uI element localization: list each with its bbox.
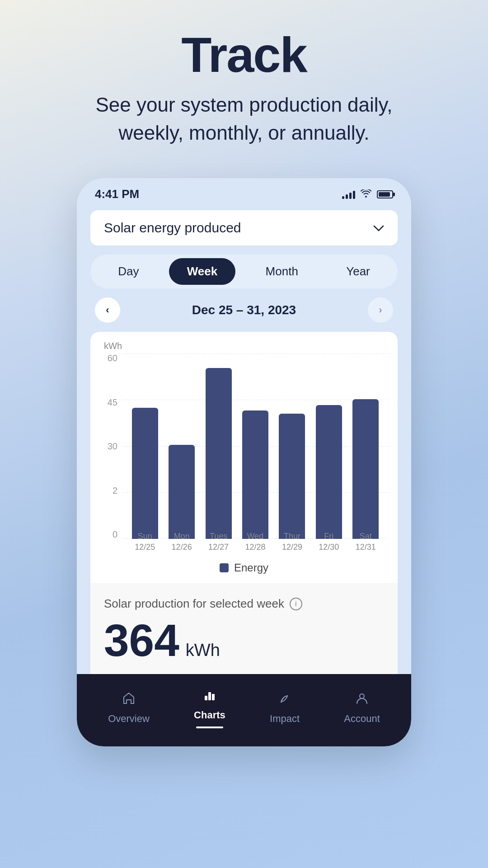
y-axis: 60 45 30 2 0 (99, 354, 122, 552)
x-label: Mon12/26 (163, 531, 200, 552)
chart-legend: Energy (99, 552, 389, 583)
chevron-down-icon (373, 222, 384, 234)
nav-item-account[interactable]: Account (335, 687, 389, 729)
chart-bar[interactable] (242, 410, 268, 539)
nav-label-account: Account (344, 713, 380, 725)
page-title: Track (0, 27, 488, 82)
signal-icon (342, 190, 355, 199)
x-label: Fri12/30 (310, 531, 347, 552)
svg-point-3 (360, 694, 364, 698)
legend-label: Energy (234, 561, 268, 574)
svg-rect-0 (205, 696, 207, 700)
bar-col (347, 354, 384, 539)
tab-month[interactable]: Month (248, 258, 316, 285)
bar-col (163, 354, 200, 539)
x-label: Wed12/28 (237, 531, 273, 552)
summary-title-text: Solar production for selected week (104, 597, 284, 611)
status-bar: 4:41 PM (77, 178, 411, 206)
y-tick-45: 45 (108, 398, 117, 407)
status-icons (342, 189, 393, 200)
prev-period-button[interactable]: ‹ (95, 297, 120, 323)
phone-mockup: 4:41 PM Solar (77, 178, 411, 746)
nav-item-impact[interactable]: Impact (261, 687, 309, 729)
status-time: 4:41 PM (95, 187, 139, 201)
dropdown-label: Solar energy produced (104, 220, 241, 236)
y-tick-60: 60 (108, 354, 117, 363)
y-tick-0: 0 (113, 530, 117, 539)
date-range: Dec 25 – 31, 2023 (192, 303, 296, 317)
charts-icon (202, 688, 217, 706)
legend-dot (220, 563, 229, 572)
bottom-nav: Overview Charts Impact (77, 674, 411, 746)
x-label: Sat12/31 (347, 531, 384, 552)
chart-y-label: kWh (99, 341, 389, 351)
x-label: Tues12/27 (200, 531, 237, 552)
chart-container: 60 45 30 2 0 Sun12/25Mon12/26Tu (99, 354, 389, 552)
summary-section: Solar production for selected week i 364… (90, 583, 398, 674)
page-header: Track See your system production daily, … (0, 0, 488, 165)
nav-item-charts[interactable]: Charts (185, 683, 235, 733)
person-icon (355, 691, 369, 709)
y-tick-30: 30 (108, 442, 117, 451)
wifi-icon (361, 189, 371, 200)
bar-col (237, 354, 273, 539)
period-tabs: Day Week Month Year (90, 255, 398, 288)
chart-bar[interactable] (169, 445, 195, 539)
leaf-icon (277, 691, 292, 709)
chart-bar[interactable] (206, 368, 232, 539)
tab-day[interactable]: Day (100, 258, 157, 285)
chart-bar[interactable] (316, 405, 342, 539)
home-icon (122, 691, 136, 709)
dropdown-selector[interactable]: Solar energy produced (90, 210, 398, 245)
summary-title: Solar production for selected week i (104, 597, 384, 611)
next-period-button[interactable]: › (368, 297, 393, 323)
bar-col (274, 354, 310, 539)
tab-year[interactable]: Year (328, 258, 388, 285)
bar-col (127, 354, 163, 539)
phone-content: Solar energy produced Day Week Month Yea… (77, 206, 411, 674)
battery-icon (377, 190, 393, 198)
nav-label-overview: Overview (108, 713, 150, 725)
chart-area: kWh 60 45 30 2 0 (90, 332, 398, 583)
y-tick-2: 2 (113, 486, 117, 495)
x-label: Sun12/25 (127, 531, 163, 552)
chart-bars (122, 354, 389, 539)
page-subtitle: See your system production daily, weekly… (63, 91, 425, 146)
svg-rect-2 (212, 694, 215, 700)
nav-item-overview[interactable]: Overview (99, 687, 159, 729)
bar-col (310, 354, 347, 539)
bar-col (200, 354, 237, 539)
summary-value: 364 (104, 615, 179, 665)
nav-label-charts: Charts (194, 709, 225, 721)
summary-unit: kWh (186, 641, 220, 660)
tab-week[interactable]: Week (169, 258, 235, 285)
summary-value-row: 364 kWh (104, 615, 384, 665)
svg-rect-1 (208, 692, 211, 700)
nav-label-impact: Impact (270, 713, 300, 725)
active-indicator (196, 726, 223, 728)
chart-bar[interactable] (279, 414, 305, 539)
chart-bar[interactable] (132, 408, 158, 539)
chart-bar[interactable] (352, 399, 379, 539)
date-nav: ‹ Dec 25 – 31, 2023 › (90, 297, 398, 323)
x-axis-labels: Sun12/25Mon12/26Tues12/27Wed12/28Thur12/… (122, 531, 389, 552)
x-label: Thur12/29 (274, 531, 310, 552)
info-icon[interactable]: i (290, 598, 302, 610)
